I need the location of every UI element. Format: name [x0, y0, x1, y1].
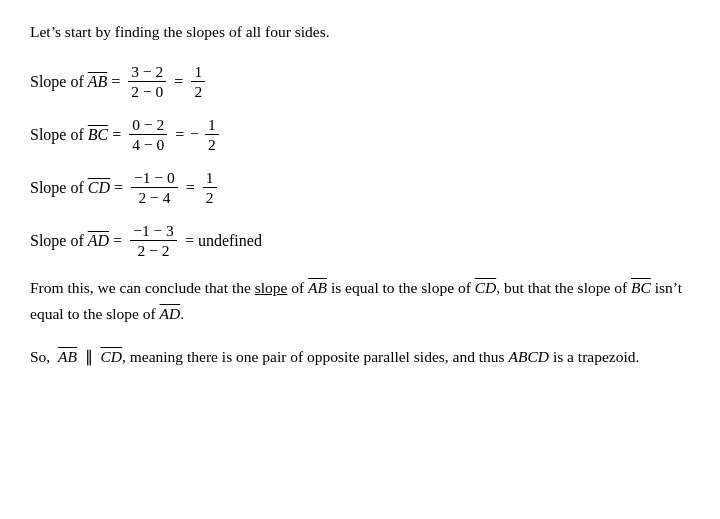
slope-cd-denominator: 2 − 4: [135, 188, 173, 206]
segment-cd-final: CD: [100, 348, 122, 365]
slope-ad-row: Slope of AD = −1 − 3 2 − 2 = undefined: [30, 222, 690, 259]
slope-bc-label: Slope of BC =: [30, 122, 125, 148]
segment-bc: BC: [88, 126, 108, 143]
slope-cd-result-den: 2: [203, 188, 217, 206]
slope-ab-fraction: 3 − 2 2 − 0: [128, 63, 166, 100]
slope-cd-result-num: 1: [203, 169, 217, 188]
slope-cd-result: 1 2: [203, 169, 217, 206]
slope-cd-fraction: −1 − 0 2 − 4: [131, 169, 178, 206]
slope-cd-label: Slope of CD =: [30, 175, 127, 201]
final-paragraph: So, AB ∥ CD, meaning there is one pair o…: [30, 344, 690, 370]
intro-paragraph: Let’s start by finding the slopes of all…: [30, 20, 690, 45]
segment-ad-conclusion: AD: [160, 305, 181, 322]
segment-bc-conclusion: BC: [631, 279, 651, 296]
slope-ad-denominator: 2 − 2: [135, 241, 173, 259]
slope-ab-equals: =: [174, 69, 183, 95]
slope-ab-result-den: 2: [191, 82, 205, 100]
content-area: Let’s start by finding the slopes of all…: [30, 20, 690, 370]
slope-bc-equals: =: [175, 122, 184, 148]
slope-ab-numerator: 3 − 2: [128, 63, 166, 82]
slope-ad-numerator: −1 − 3: [130, 222, 177, 241]
slope-bc-result-den: 2: [205, 135, 219, 153]
slope-bc-result-num: 1: [205, 116, 219, 135]
slope-ab-label: Slope of AB =: [30, 69, 124, 95]
segment-ab-final: AB: [58, 348, 77, 365]
slope-cd-numerator: −1 − 0: [131, 169, 178, 188]
slope-ab-result-num: 1: [191, 63, 205, 82]
slope-cd-row: Slope of CD = −1 − 0 2 − 4 = 1 2: [30, 169, 690, 206]
slope-bc-denominator: 4 − 0: [129, 135, 167, 153]
segment-ab-conclusion: AB: [308, 279, 327, 296]
slope-bc-result: 1 2: [205, 116, 219, 153]
slope-bc-fraction: 0 − 2 4 − 0: [129, 116, 167, 153]
conclusion-paragraph: From this, we can conclude that the slop…: [30, 275, 690, 326]
segment-cd-conclusion: CD: [475, 279, 497, 296]
slope-bc-numerator: 0 − 2: [129, 116, 167, 135]
abcd-italic: ABCD: [509, 348, 549, 365]
slope-cd-equals: =: [186, 175, 195, 201]
segment-cd: CD: [88, 179, 110, 196]
segment-ab: AB: [88, 73, 108, 90]
underline-slope: slope: [255, 279, 288, 296]
slope-ab-result: 1 2: [191, 63, 205, 100]
slope-ad-equals: = undefined: [185, 228, 262, 254]
slope-bc-negative-sign: −: [190, 122, 199, 147]
slope-bc-row: Slope of BC = 0 − 2 4 − 0 = − 1 2: [30, 116, 690, 153]
slope-ad-fraction: −1 − 3 2 − 2: [130, 222, 177, 259]
segment-ad: AD: [88, 232, 109, 249]
slope-ab-row: Slope of AB = 3 − 2 2 − 0 = 1 2: [30, 63, 690, 100]
slope-ad-label: Slope of AD =: [30, 228, 126, 254]
slope-ab-denominator: 2 − 0: [128, 82, 166, 100]
